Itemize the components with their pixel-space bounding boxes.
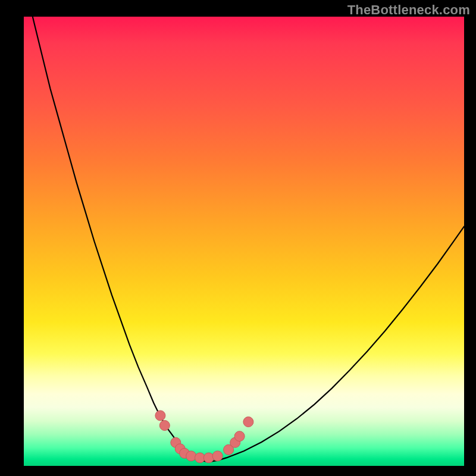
- chart-frame: TheBottleneck.com: [0, 0, 476, 476]
- curve-marker: [234, 431, 245, 441]
- chart-svg: [24, 17, 464, 466]
- curve-marker: [243, 417, 253, 427]
- curve-marker: [159, 421, 170, 431]
- curve-marker: [155, 411, 165, 421]
- bottleneck-curve: [33, 17, 464, 462]
- curve-marker: [203, 453, 214, 463]
- curve-marker: [212, 451, 223, 461]
- watermark-text: TheBottleneck.com: [347, 2, 470, 18]
- curve-markers: [155, 411, 253, 463]
- curve-marker: [186, 451, 196, 461]
